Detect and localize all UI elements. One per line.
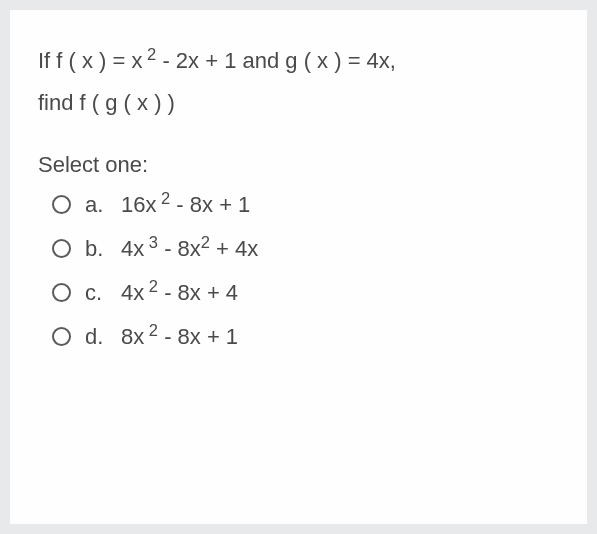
question-line1-pre: If f ( x ) = x bbox=[38, 48, 143, 73]
option-letter: b. bbox=[85, 236, 107, 262]
question-line1-exp1: 2 bbox=[143, 45, 157, 63]
option-letter: d. bbox=[85, 324, 107, 350]
option-text: 4x 3 - 8x2 + 4x bbox=[121, 236, 258, 262]
option-row: d.8x 2 - 8x + 1 bbox=[52, 324, 559, 350]
option-text: 4x 2 - 8x + 4 bbox=[121, 280, 238, 306]
radio-button[interactable] bbox=[52, 327, 71, 346]
option-letter: a. bbox=[85, 192, 107, 218]
option-row: a.16x 2 - 8x + 1 bbox=[52, 192, 559, 218]
option-row: c.4x 2 - 8x + 4 bbox=[52, 280, 559, 306]
question-line1-mid: - 2x + 1 and g ( x ) = 4x, bbox=[156, 48, 396, 73]
option-letter: c. bbox=[85, 280, 107, 306]
question-text: If f ( x ) = x 2 - 2x + 1 and g ( x ) = … bbox=[38, 40, 559, 124]
options-list: a.16x 2 - 8x + 1b.4x 3 - 8x2 + 4xc.4x 2 … bbox=[38, 192, 559, 350]
radio-button[interactable] bbox=[52, 239, 71, 258]
select-prompt: Select one: bbox=[38, 152, 559, 178]
option-row: b.4x 3 - 8x2 + 4x bbox=[52, 236, 559, 262]
option-text: 8x 2 - 8x + 1 bbox=[121, 324, 238, 350]
question-line2: find f ( g ( x ) ) bbox=[38, 90, 175, 115]
radio-button[interactable] bbox=[52, 283, 71, 302]
option-text: 16x 2 - 8x + 1 bbox=[121, 192, 250, 218]
radio-button[interactable] bbox=[52, 195, 71, 214]
question-card: If f ( x ) = x 2 - 2x + 1 and g ( x ) = … bbox=[10, 10, 587, 524]
